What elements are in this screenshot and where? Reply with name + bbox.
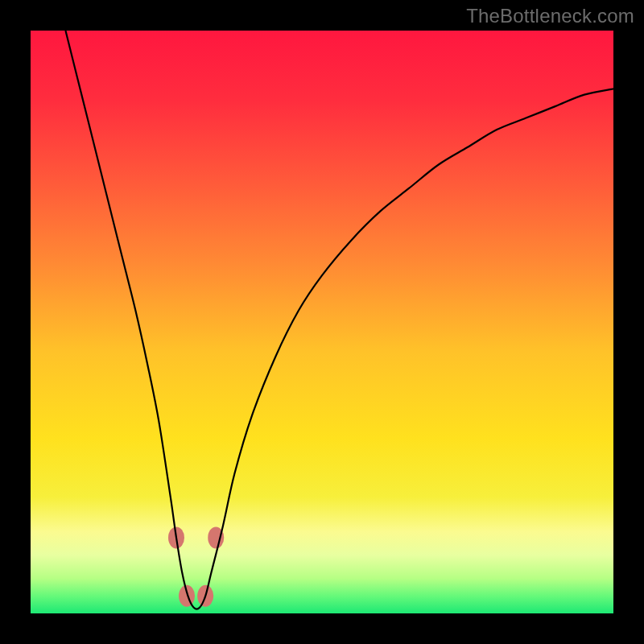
curve-layer xyxy=(31,31,613,613)
plot-area xyxy=(31,31,613,613)
chart-frame: TheBottleneck.com xyxy=(0,0,644,644)
watermark-text: TheBottleneck.com xyxy=(466,5,634,27)
bottleneck-curve xyxy=(65,31,613,609)
marker-left-lower xyxy=(179,585,195,607)
